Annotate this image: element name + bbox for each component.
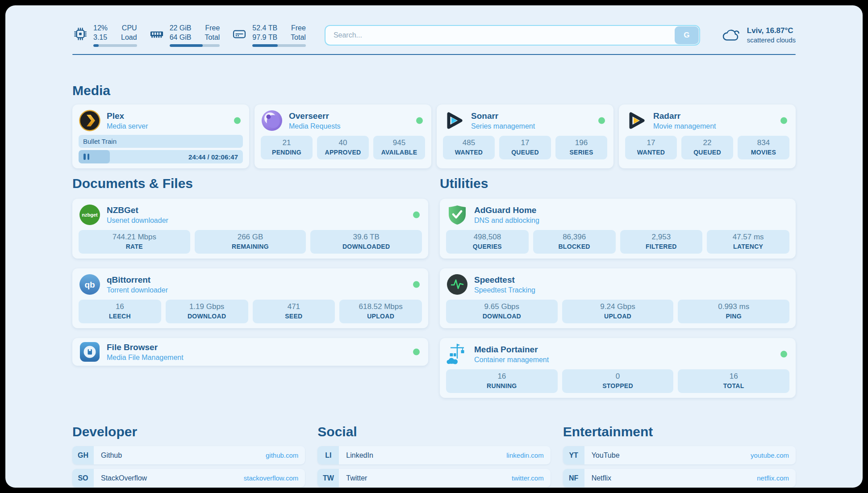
bookmark-url: github.com (266, 451, 298, 459)
utilities-column: Utilities AdGuard Home DNS and (440, 175, 796, 408)
service-description: Container management (474, 355, 549, 364)
section-title-media: Media (72, 83, 796, 99)
service-name: Sonarr (471, 111, 535, 121)
now-playing-row: Bullet Train (79, 135, 243, 148)
stat-queued: 17 QUEUED (499, 136, 551, 159)
service-card-sonarr[interactable]: Sonarr Series management 485 WANTED 17 Q… (437, 104, 613, 168)
service-name: Overseerr (289, 111, 341, 121)
stat-queued: 22 QUEUED (681, 136, 733, 159)
service-description: Media File Management (107, 353, 184, 362)
bookmark-url: twitter.com (512, 474, 544, 482)
bookmark-github[interactable]: GH Github github.com (72, 446, 305, 464)
ram-label-free: Free (205, 23, 220, 33)
stat-approved: 40 APPROVED (317, 136, 369, 159)
cpu-percent: 12% (93, 23, 108, 33)
weather-widget: Lviv, 16.87°C scattered clouds (721, 25, 796, 46)
nzbget-icon: nzbget (79, 204, 101, 226)
service-description: DNS and adblocking (474, 216, 539, 225)
search-input[interactable] (325, 25, 700, 46)
cpu-load-avg: 3.15 (93, 33, 108, 42)
service-card-speedtest[interactable]: Speedtest Speedtest Tracking 9.65 Gbps D… (440, 268, 796, 328)
pause-icon (83, 154, 89, 160)
bookmark-group-developer: Developer GH Github github.com SO StackO… (72, 424, 305, 488)
stat-stopped: 0 STOPPED (562, 369, 674, 393)
service-name: File Browser (107, 342, 184, 353)
bookmark-youtube[interactable]: YT YouTube youtube.com (563, 446, 796, 464)
weather-location: Lviv, 16.87°C (747, 26, 796, 36)
bookmark-name: Netflix (592, 474, 611, 482)
stat-downloaded: 39.6 TB DOWNLOADED (310, 230, 422, 254)
stat-wanted: 17 WANTED (625, 136, 677, 159)
stat-queries: 498,508 QUERIES (446, 230, 529, 254)
plex-icon (79, 109, 101, 132)
overseerr-icon (261, 109, 283, 132)
disk-widget: 52.4 TB 97.9 TB Free Total (231, 23, 306, 47)
bookmark-abbr: TW (317, 469, 339, 487)
service-description: Movie management (653, 121, 716, 131)
service-card-qbittorrent[interactable]: qb qBittorrent Torrent downloader 16 LEE… (72, 268, 428, 328)
radarr-icon (625, 109, 647, 132)
bookmark-netflix[interactable]: NF Netflix netflix.com (563, 469, 796, 487)
service-name: Plex (107, 111, 148, 121)
service-description: Torrent downloader (107, 285, 168, 295)
cpu-icon (72, 26, 88, 42)
status-dot (598, 117, 605, 124)
search-provider-button[interactable]: G (675, 26, 699, 44)
service-description: Speedtest Tracking (474, 285, 535, 295)
svg-text:qb: qb (84, 280, 95, 289)
service-name: AdGuard Home (474, 205, 539, 216)
dashboard-page: 12% 3.15 CPU Load (5, 5, 863, 488)
status-dot (413, 281, 420, 288)
stat-wanted: 485 WANTED (443, 136, 495, 159)
section-title-social: Social (317, 424, 550, 440)
bookmark-abbr: LI (317, 446, 339, 464)
service-card-portainer[interactable]: Media Portainer Container management 16 … (440, 338, 796, 398)
stat-total: 16 TOTAL (678, 369, 789, 393)
bookmark-url: stackoverflow.com (244, 474, 299, 482)
bookmark-abbr: GH (72, 446, 94, 464)
stat-available: 945 AVAILABLE (373, 136, 425, 159)
service-name: Media Portainer (474, 344, 549, 355)
stat-download: 1.19 Gbps DOWNLOAD (166, 300, 248, 323)
bookmark-name: YouTube (592, 451, 620, 460)
bookmark-url: netflix.com (757, 474, 789, 482)
bookmark-name: Twitter (346, 474, 367, 482)
cpu-widget: 12% 3.15 CPU Load (72, 23, 137, 47)
bookmark-linkedin[interactable]: LI LinkedIn linkedin.com (317, 446, 550, 464)
status-dot (780, 117, 787, 124)
service-card-overseerr[interactable]: Overseerr Media Requests 21 PENDING 40 A… (255, 104, 431, 168)
service-card-plex[interactable]: Plex Media server Bullet Train (72, 104, 249, 168)
stat-pending: 21 PENDING (261, 136, 313, 159)
stat-seed: 471 SEED (253, 300, 335, 323)
section-title-entertainment: Entertainment (563, 424, 796, 440)
stat-remaining: 266 GB REMAINING (195, 230, 306, 254)
service-card-nzbget[interactable]: nzbget NZBGet Usenet downloader 744.21 M… (72, 199, 428, 259)
top-bar: 12% 3.15 CPU Load (72, 23, 796, 47)
bookmark-stackoverflow[interactable]: SO StackOverflow stackoverflow.com (72, 469, 305, 487)
service-card-filebrowser[interactable]: File Browser Media File Management (72, 338, 428, 366)
sonarr-icon (443, 109, 465, 132)
ram-total: 64 GiB (170, 33, 192, 42)
bookmarks-section: Developer GH Github github.com SO StackO… (72, 424, 796, 488)
playback-time: 24:44 / 02:06:47 (188, 153, 238, 161)
playback-progress-row: 24:44 / 02:06:47 (79, 150, 243, 163)
stat-ping: 0.993 ms PING (678, 300, 789, 323)
service-name: NZBGet (107, 205, 168, 216)
bookmark-abbr: SO (72, 469, 94, 487)
documents-column: Documents & Files nzbget NZBGet Usenet d… (72, 175, 428, 376)
service-card-adguard[interactable]: AdGuard Home DNS and adblocking 498,508 … (440, 199, 796, 259)
bookmark-abbr: YT (563, 446, 584, 464)
weather-condition: scattered clouds (747, 36, 796, 45)
service-description: Media server (107, 121, 148, 131)
cpu-label: CPU (122, 23, 137, 33)
media-card-grid: Plex Media server Bullet Train (72, 104, 796, 168)
topbar-divider (72, 54, 796, 55)
stat-upload: 618.52 Mbps UPLOAD (339, 300, 422, 323)
stat-latency: 47.57 ms LATENCY (707, 230, 789, 254)
bookmark-twitter[interactable]: TW Twitter twitter.com (317, 469, 550, 487)
service-card-radarr[interactable]: Radarr Movie management 17 WANTED 22 QUE… (619, 104, 796, 168)
stat-movies: 834 MOVIES (738, 136, 789, 159)
stat-rate: 744.21 Mbps RATE (79, 230, 190, 254)
ram-usage-bar (170, 44, 220, 47)
cpu-label2: Load (121, 33, 137, 42)
